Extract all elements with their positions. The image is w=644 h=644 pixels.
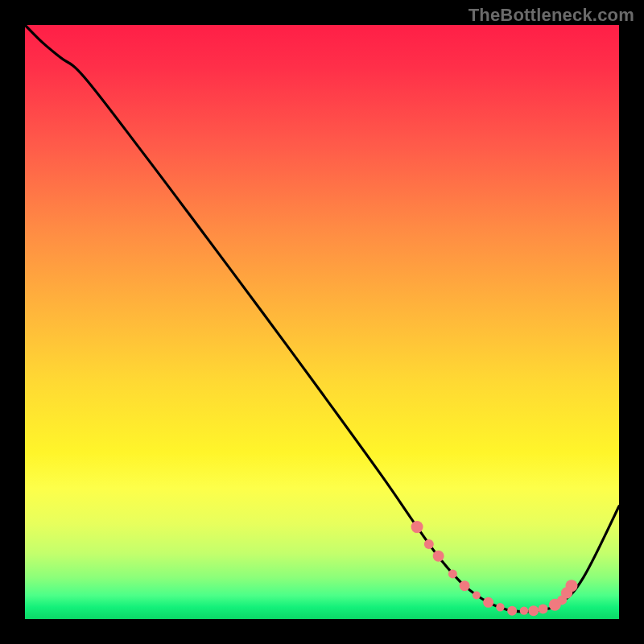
marker-bead [528, 605, 539, 616]
chart-plot-area [25, 25, 619, 619]
marker-bead [496, 603, 504, 611]
marker-bead [448, 569, 457, 578]
marker-bead [473, 591, 481, 599]
marker-bead [483, 597, 493, 608]
marker-bead [424, 539, 434, 549]
marker-bead [520, 606, 528, 614]
marker-bead [565, 580, 577, 592]
marker-bead [539, 604, 548, 613]
bottleneck-curve [25, 25, 619, 612]
marker-bead [411, 521, 423, 533]
marker-bead [507, 606, 517, 616]
marker-bead [433, 551, 444, 562]
watermark-text: TheBottleneck.com [469, 5, 634, 26]
chart-svg [25, 25, 619, 619]
marker-beads-group [411, 521, 578, 616]
marker-bead [460, 580, 470, 591]
